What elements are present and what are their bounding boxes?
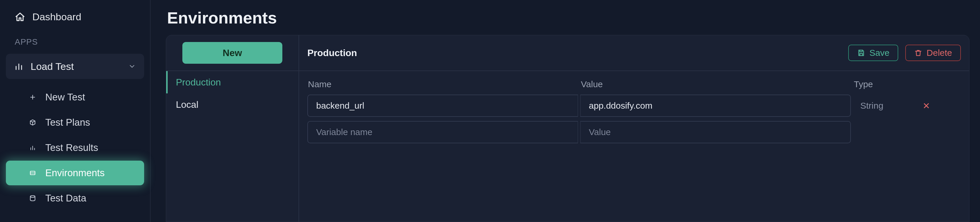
detail-header: Production Save Delete [299, 35, 969, 71]
sidebar: Dashboard APPS Load Test New Test Test P… [0, 0, 151, 222]
bars-icon [28, 144, 38, 151]
close-icon: ✕ [923, 101, 930, 111]
chevron-down-icon [128, 63, 136, 70]
detail-title: Production [307, 48, 357, 59]
sidebar-dashboard-label: Dashboard [32, 11, 81, 22]
column-header-type: Type [853, 78, 915, 95]
save-button-label: Save [869, 48, 889, 58]
variable-name-input[interactable] [307, 95, 578, 117]
new-environment-button[interactable]: New [182, 42, 282, 64]
sidebar-app-selector-label: Load Test [30, 61, 74, 72]
cube-icon [28, 119, 38, 126]
main-area: Environments New Production Local Produc… [151, 0, 980, 222]
delete-button[interactable]: Delete [905, 44, 961, 61]
sidebar-app-selector[interactable]: Load Test [6, 54, 144, 79]
database-icon [28, 195, 38, 202]
sidebar-dashboard-link[interactable]: Dashboard [0, 8, 150, 32]
sidebar-item-new-test[interactable]: New Test [6, 85, 144, 109]
grid-icon [28, 170, 38, 176]
sidebar-item-label: Test Results [45, 142, 98, 153]
variable-value-input[interactable] [580, 95, 851, 117]
sidebar-apps-label: APPS [0, 32, 150, 51]
delete-button-label: Delete [926, 48, 952, 58]
bar-chart-icon [14, 62, 24, 71]
page-title: Environments [167, 8, 969, 27]
environment-item-local[interactable]: Local [166, 94, 299, 116]
home-icon [15, 12, 25, 22]
variable-type-cell[interactable]: String [853, 101, 915, 111]
sidebar-item-test-plans[interactable]: Test Plans [6, 110, 144, 135]
environment-detail: Production Save Delete [299, 35, 969, 222]
plus-icon [28, 94, 38, 101]
sidebar-item-label: Test Plans [45, 117, 90, 128]
remove-variable-button[interactable]: ✕ [917, 101, 935, 111]
sidebar-item-test-data[interactable]: Test Data [6, 186, 144, 211]
svg-point-1 [30, 195, 35, 197]
save-button[interactable]: Save [848, 44, 898, 61]
environment-item-production[interactable]: Production [166, 71, 299, 94]
environments-panel: New Production Local Production [166, 35, 969, 222]
variables-area: Name Value Type String ✕ [299, 71, 969, 150]
sidebar-item-environments[interactable]: Environments [6, 161, 144, 185]
save-icon [857, 49, 865, 57]
environment-item-label: Production [176, 77, 221, 88]
new-variable-name-input[interactable] [307, 121, 578, 143]
sidebar-item-test-results[interactable]: Test Results [6, 135, 144, 160]
column-header-value: Value [580, 78, 851, 95]
new-variable-value-input[interactable] [580, 121, 851, 143]
environments-list: New Production Local [166, 35, 299, 222]
sidebar-item-label: Environments [45, 167, 105, 179]
trash-icon [914, 49, 922, 57]
sidebar-item-label: Test Data [45, 193, 86, 204]
column-header-name: Name [307, 78, 578, 95]
environment-item-label: Local [176, 99, 199, 110]
sidebar-item-label: New Test [45, 92, 85, 103]
